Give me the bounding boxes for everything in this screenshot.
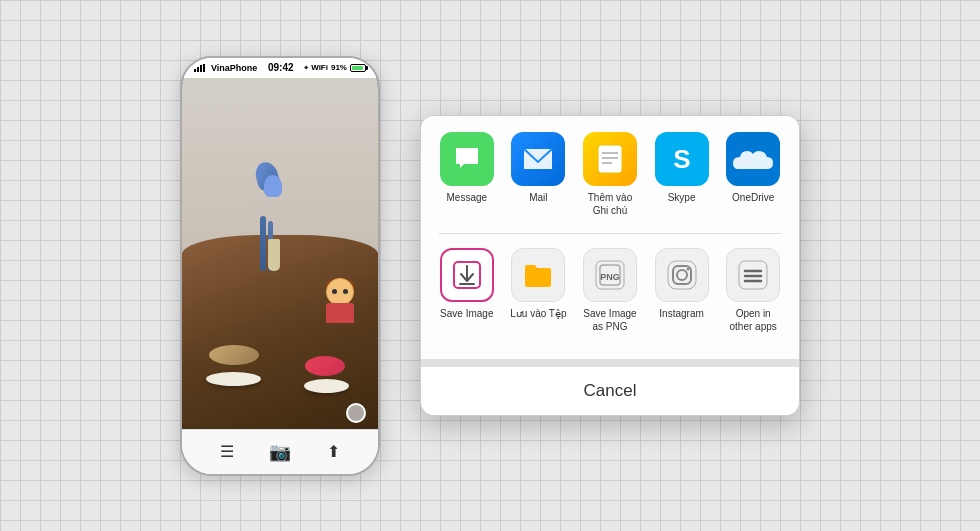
save-image-label: Save Image [440,307,493,320]
skype-svg: S [665,142,699,176]
open-other-label: Open in other apps [730,307,777,333]
skype-label: Skype [668,191,696,204]
share-app-instagram[interactable]: Instagram [648,248,716,333]
share-app-skype[interactable]: S Skype [648,132,716,217]
bitmoji-eye-left [332,289,337,294]
instagram-svg [666,259,698,291]
open-other-svg [737,259,769,291]
signal-bar-2 [197,67,199,72]
battery-percent: 91% [331,63,347,72]
skype-icon: S [655,132,709,186]
onedrive-icon [726,132,780,186]
share-apps-row-1: Message Mail [431,132,789,217]
phone-image-area [182,78,378,429]
bitmoji-eye-right [343,289,348,294]
share-apps-section: Message Mail [421,116,799,359]
wifi-icon: WiFi [311,63,328,72]
cancel-section: Cancel [421,359,799,415]
save-folder-label: Lưu vào Tệp [510,307,566,320]
phone-toolbar: ☰ 📷 ⬆ [182,429,378,474]
status-right: ⌖ WiFi 91% [304,63,366,72]
carrier-label: VinaPhone [211,63,257,73]
cancel-button[interactable]: Cancel [421,367,799,415]
signal-bar-1 [194,69,196,72]
share-app-mail[interactable]: Mail [504,132,572,217]
message-label: Message [447,191,488,204]
photo-background [182,78,378,429]
svg-text:S: S [673,144,690,174]
share-app-save-image[interactable]: Save Image [433,248,501,333]
location-icon: ⌖ [304,64,308,72]
flower-stem-1 [260,216,266,271]
time-display: 09:42 [268,62,294,73]
svg-rect-2 [598,145,622,173]
save-png-svg: PNG [593,258,627,292]
notes-icon [583,132,637,186]
share-app-save-folder[interactable]: Lưu vào Tệp [504,248,572,333]
save-folder-icon [511,248,565,302]
message-svg [452,144,482,174]
mail-svg [522,147,554,171]
mail-label: Mail [529,191,547,204]
signal-bar-4 [203,64,205,72]
save-folder-svg [523,261,553,289]
vase [268,239,280,271]
bitmoji-body [326,303,354,323]
mail-icon [511,132,565,186]
signal-bar-3 [200,65,202,72]
share-sheet: Message Mail [420,115,800,416]
bitmoji-head [326,278,354,306]
save-image-svg [452,260,482,290]
open-other-icon [726,248,780,302]
battery-fill [352,66,363,70]
share-apps-row-2: Save Image Lưu vào Tệp [431,248,789,333]
share-app-onedrive[interactable]: OneDrive [719,132,787,217]
dragonfruit [305,356,345,376]
save-png-label: Save Image as PNG [583,307,636,333]
message-icon [440,132,494,186]
capture-button[interactable] [346,403,366,423]
camera-icon[interactable]: 📷 [269,441,291,463]
save-png-icon: PNG [583,248,637,302]
bitmoji-character [323,278,358,323]
battery-icon [350,64,366,72]
notes-svg [594,143,626,175]
onedrive-label: OneDrive [732,191,774,204]
photo-wall [182,78,378,254]
svg-point-15 [686,268,689,271]
status-left: VinaPhone [194,63,257,73]
signal-bars [194,64,205,72]
status-bar: VinaPhone 09:42 ⌖ WiFi 91% [182,58,378,78]
share-app-message[interactable]: Message [433,132,501,217]
save-image-icon [440,248,494,302]
menu-icon[interactable]: ☰ [220,442,234,461]
row-separator [439,233,781,234]
share-app-open-other[interactable]: Open in other apps [719,248,787,333]
share-app-save-png[interactable]: PNG Save Image as PNG [576,248,644,333]
instagram-label: Instagram [659,307,703,320]
instagram-icon [655,248,709,302]
notes-label: Thêm vào Ghi chú [588,191,632,217]
onedrive-svg [733,145,773,173]
share-icon[interactable]: ⬆ [327,442,340,461]
phone-mockup: VinaPhone 09:42 ⌖ WiFi 91% [180,56,380,476]
flower-bloom-2 [264,175,282,197]
svg-text:PNG: PNG [600,272,620,282]
scene: VinaPhone 09:42 ⌖ WiFi 91% [180,56,800,476]
share-app-notes[interactable]: Thêm vào Ghi chú [576,132,644,217]
